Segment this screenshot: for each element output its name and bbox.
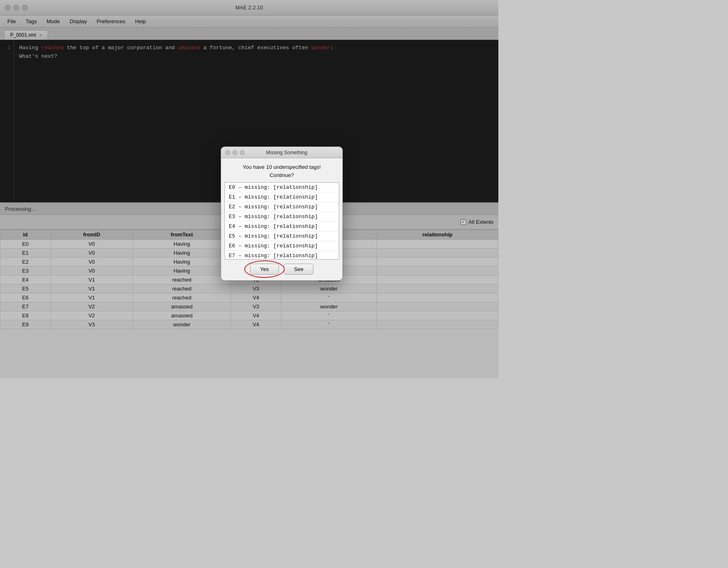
dialog-max-icon[interactable] — [240, 150, 245, 155]
dialog-list-item[interactable]: E5 – missing: [relationship] — [225, 232, 339, 241]
modal-overlay: Missing Something You have 10 underspeci… — [0, 0, 498, 378]
dialog-message: You have 10 underspecified tags!Continue… — [221, 158, 342, 182]
dialog-close-icon[interactable] — [225, 150, 230, 155]
dialog-min-icon[interactable] — [232, 150, 237, 155]
missing-dialog: Missing Something You have 10 underspeci… — [221, 146, 343, 281]
yes-button-wrapper: Yes — [250, 264, 279, 275]
dialog-list-item[interactable]: E3 – missing: [relationship] — [225, 212, 339, 222]
dialog-list-item[interactable]: E6 – missing: [relationship] — [225, 241, 339, 251]
see-button[interactable]: See — [284, 264, 314, 275]
dialog-list-item[interactable]: E2 – missing: [relationship] — [225, 202, 339, 212]
dialog-list-item[interactable]: E4 – missing: [relationship] — [225, 222, 339, 232]
dialog-list-item[interactable]: E1 – missing: [relationship] — [225, 192, 339, 202]
dialog-buttons: Yes See — [221, 260, 342, 280]
yes-button[interactable]: Yes — [250, 264, 279, 275]
dialog-title: Missing Something — [247, 150, 326, 155]
dialog-list-item[interactable]: E7 – missing: [relationship] — [225, 251, 339, 260]
dialog-title-bar: Missing Something — [221, 147, 342, 158]
dialog-list[interactable]: E0 – missing: [relationship]E1 – missing… — [224, 182, 339, 260]
dialog-list-item[interactable]: E0 – missing: [relationship] — [225, 183, 339, 192]
